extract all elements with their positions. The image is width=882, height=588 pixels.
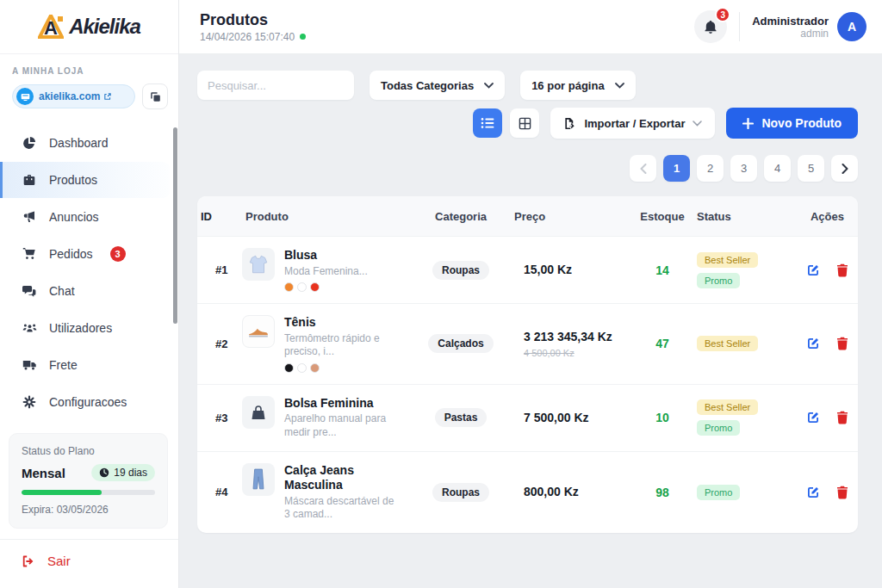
edit-button[interactable] (806, 337, 820, 350)
delete-button[interactable] (836, 337, 848, 350)
megaphone-icon (22, 210, 37, 224)
shop-link[interactable]: akielika.com (12, 84, 135, 108)
product-price: 15,00 Kz (524, 262, 614, 278)
edit-button[interactable] (806, 486, 820, 499)
page-timestamp: 14/04/2026 15:07:40 (200, 31, 295, 43)
status-badges: Best Seller Promo (693, 252, 797, 288)
pagination-page-1[interactable]: 1 (663, 155, 690, 182)
edit-button[interactable] (806, 411, 820, 424)
products-table: ID Produto Categoria Preço Estoque Statu… (197, 196, 858, 533)
pagination-page-3[interactable]: 3 (730, 155, 757, 182)
brand-logo-icon: A (38, 15, 64, 39)
copy-icon (150, 91, 161, 102)
product-name: Blusa (284, 248, 368, 263)
topbar: Produtos 14/04/2026 15:07:40 3 Administr… (179, 0, 882, 54)
sidebar-item-chat[interactable]: Chat (0, 273, 170, 309)
color-swatch (297, 282, 307, 292)
product-name: Calça Jeans Masculina (284, 463, 389, 493)
avatar[interactable]: A (837, 12, 866, 41)
pagination-page-4[interactable]: 4 (764, 155, 791, 182)
pagination-page-2[interactable]: 2 (697, 155, 724, 182)
plus-icon (742, 118, 754, 129)
sidebar-scrollbar[interactable] (173, 127, 177, 324)
plan-days-badge: 19 dias (91, 464, 155, 481)
delete-button[interactable] (836, 486, 848, 499)
pagination: 1 2 3 4 5 (197, 155, 858, 182)
brand-name: Akielika (69, 15, 140, 39)
product-stock: 98 (631, 486, 693, 499)
logout-icon (22, 554, 35, 568)
pagination-next-button[interactable] (831, 155, 858, 182)
list-view-icon (481, 117, 494, 129)
color-swatch (297, 363, 307, 373)
column-header-status: Status (693, 210, 797, 223)
user-meta: Administrador admin (752, 15, 829, 40)
sidebar-nav: Dashboard Produtos Anuncios Pedidos 3 (0, 125, 178, 421)
cart-icon (22, 247, 37, 261)
category-filter-select[interactable]: Todas Categorias (370, 71, 505, 100)
main-area: Produtos 14/04/2026 15:07:40 3 Administr… (179, 0, 882, 588)
status-badges: Promo (693, 485, 797, 500)
brand-logo[interactable]: A Akielika (0, 0, 178, 54)
notifications-count-badge: 3 (715, 7, 730, 22)
product-id: #2 (197, 337, 242, 350)
delete-button[interactable] (836, 411, 848, 424)
per-page-select[interactable]: 16 por página (520, 71, 636, 100)
svg-text:A: A (44, 17, 58, 39)
product-name: Bolsa Feminina (284, 396, 389, 412)
page-title: Produtos (200, 11, 306, 29)
color-swatch (284, 282, 294, 292)
user-name: Administrador (752, 15, 829, 28)
column-header-id: ID (197, 210, 242, 223)
chat-icon (22, 284, 37, 298)
import-export-button[interactable]: Importar / Exportar (550, 108, 715, 139)
sidebar-item-label: Pedidos (49, 247, 93, 261)
sidebar-item-label: Utilizadores (49, 321, 112, 335)
delete-button[interactable] (836, 263, 848, 277)
best-seller-badge: Best Seller (697, 252, 758, 268)
sidebar-item-produtos[interactable]: Produtos (0, 162, 170, 198)
pagination-prev-button[interactable] (630, 155, 656, 182)
notifications-button[interactable]: 3 (694, 10, 727, 43)
category-badge: Roupas (432, 483, 489, 502)
list-view-toggle[interactable] (473, 108, 502, 138)
category-badge: Calçados (428, 334, 493, 353)
copy-link-button[interactable] (142, 84, 168, 109)
chevron-down-icon (615, 83, 624, 89)
column-header-produto: Produto (242, 210, 411, 223)
product-image (242, 248, 275, 281)
new-product-button[interactable]: Novo Produto (726, 108, 858, 139)
sidebar-item-label: Configuracoes (49, 395, 127, 409)
category-badge: Pastas (435, 408, 488, 427)
sidebar-item-configuracoes[interactable]: Configuracoes (0, 384, 170, 420)
sidebar-item-label: Frete (49, 358, 78, 372)
search-input[interactable] (197, 71, 354, 100)
sidebar-item-label: Anuncios (49, 210, 99, 224)
sidebar-item-frete[interactable]: Frete (0, 347, 170, 383)
plan-name: Mensal (22, 466, 65, 480)
pagination-page-5[interactable]: 5 (798, 155, 824, 182)
clock-icon (99, 467, 109, 478)
edit-button[interactable] (806, 263, 820, 277)
pie-chart-icon (22, 136, 37, 150)
table-row: #4 Calça Jeans Masculina Máscara descart… (197, 451, 858, 533)
plan-title: Status do Plano (22, 445, 155, 457)
shop-url-text: akielika.com (39, 90, 100, 102)
gear-icon (22, 395, 37, 409)
product-price: 800,00 Kz (524, 484, 614, 500)
product-price: 3 213 345,34 Kz (524, 329, 614, 345)
plan-expiry: Expira: 03/05/2026 (22, 504, 155, 516)
sidebar-item-label: Produtos (49, 173, 97, 187)
product-description: Termômetro rápido e preciso, i... (284, 332, 394, 359)
logout-button[interactable]: Sair (0, 539, 178, 568)
sidebar-item-anuncios[interactable]: Anuncios (0, 199, 170, 235)
sidebar-item-pedidos[interactable]: Pedidos 3 (0, 236, 170, 272)
page-heading: Produtos 14/04/2026 15:07:40 (200, 11, 306, 43)
sidebar-item-utilizadores[interactable]: Utilizadores (0, 310, 170, 346)
online-status-dot (300, 34, 306, 40)
product-price: 7 500,00 Kz (524, 410, 614, 426)
grid-view-toggle[interactable] (510, 108, 539, 138)
sidebar-item-dashboard[interactable]: Dashboard (0, 125, 170, 161)
category-badge: Roupas (432, 261, 489, 280)
pedidos-count-badge: 3 (110, 246, 126, 262)
